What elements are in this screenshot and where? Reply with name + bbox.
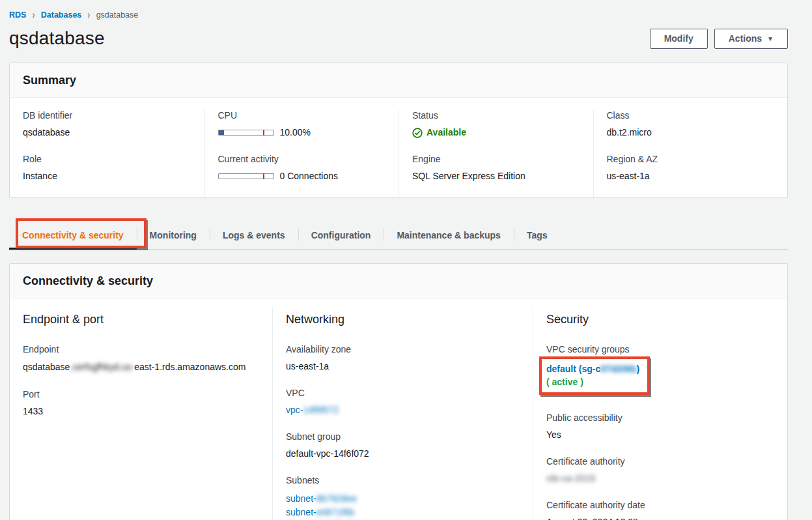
subnet-group-label: Subnet group: [286, 431, 520, 442]
summary-column-1: DB identifier qsdatabase Role Instance: [10, 110, 204, 197]
role-field: Role Instance: [23, 154, 191, 182]
certificate-authority-date-label: Certificate authority date: [546, 500, 774, 510]
page: RDS › Databases › gsdatabase qsdatabase …: [9, 0, 788, 520]
tab-tags[interactable]: Tags: [514, 220, 561, 250]
page-header: qsdatabase Modify Actions ▼: [9, 28, 788, 49]
public-accessibility-label: Public accessibility: [546, 412, 774, 423]
actions-button-label: Actions: [729, 33, 762, 44]
security-column: Security VPC security groups default (sg…: [533, 308, 787, 520]
public-accessibility-value: Yes: [546, 429, 774, 441]
cpu-label: CPU: [218, 110, 386, 121]
networking-column: Networking Availability zone us-east-1a …: [272, 308, 533, 520]
breadcrumb-link-databases[interactable]: Databases: [41, 10, 82, 20]
certificate-authority-label: Certificate authority: [546, 456, 774, 467]
status-label: Status: [412, 110, 580, 121]
endpoint-suffix: east-1.rds.amazonaws.com: [134, 362, 245, 372]
connectivity-grid: Endpoint & port Endpoint qsdatabase.cerf…: [10, 298, 787, 520]
subnet-redacted: 8b7928ee: [316, 493, 357, 504]
security-group-link[interactable]: default (sg-c074206b): [546, 364, 639, 374]
header-buttons: Modify Actions ▼: [650, 29, 788, 49]
engine-field: Engine SQL Server Express Edition: [412, 154, 580, 182]
summary-column-4: Class db.t2.micro Region & AZ us-east-1a: [593, 110, 788, 197]
subnets-field: Subnets subnet-8b7928ee subnet-e0671f6b …: [286, 475, 520, 520]
region-az-field: Region & AZ us-east-1a: [607, 154, 775, 182]
summary-panel: Summary DB identifier qsdatabase Role In…: [9, 63, 788, 198]
subnets-label: Subnets: [286, 475, 520, 485]
class-field: Class db.t2.micro: [607, 110, 775, 138]
subnet-link[interactable]: subnet-e0671f6b: [286, 506, 520, 519]
breadcrumb-link-rds[interactable]: RDS: [9, 10, 26, 20]
vpc-security-groups-field: VPC security groups default (sg-c074206b…: [546, 344, 774, 397]
vpc-field: VPC vpc-14f6f072: [286, 388, 520, 416]
caret-down-icon: ▼: [767, 35, 774, 42]
sg-redacted: 074206b: [600, 364, 636, 374]
vpc-security-groups-label: VPC security groups: [546, 344, 774, 354]
class-value: db.t2.micro: [607, 127, 775, 138]
status-value: Available: [412, 127, 580, 138]
actions-button[interactable]: Actions ▼: [714, 29, 788, 49]
cpu-field: CPU 10.00%: [218, 110, 386, 138]
port-field: Port 1433: [23, 389, 259, 417]
vpc-link[interactable]: vpc-14f6f072: [286, 405, 339, 415]
current-activity-label: Current activity: [218, 154, 386, 164]
breadcrumb: RDS › Databases › gsdatabase: [9, 0, 788, 20]
tab-bar: Connectivity & security Monitoring Logs …: [9, 220, 788, 250]
cpu-utilization-bar: [218, 130, 274, 136]
summary-column-2: CPU 10.00% Current activity: [204, 110, 399, 197]
vpc-redacted: 14f6f072: [303, 405, 339, 415]
cpu-bar-fill: [219, 130, 224, 135]
cpu-percent-text: 10.00%: [280, 127, 311, 138]
subnet-redacted: e0671f6b: [316, 507, 354, 517]
networking-title: Networking: [286, 313, 520, 326]
endpoint-prefix: qsdatabase: [23, 362, 70, 372]
connectivity-security-panel: Connectivity & security Endpoint & port …: [9, 263, 788, 520]
current-activity-value: 0 Connections: [218, 171, 386, 182]
status-field: Status Available: [412, 110, 580, 138]
breadcrumb-separator-icon: ›: [32, 9, 35, 21]
endpoint-value: qsdatabase.cerfsgfhkyd.us-east-1.rds.ama…: [23, 361, 259, 373]
role-label: Role: [23, 154, 191, 164]
status-available-icon: [412, 128, 423, 138]
tab-logs-events[interactable]: Logs & events: [210, 220, 298, 250]
role-value: Instance: [23, 171, 191, 182]
tab-maintenance-backups[interactable]: Maintenance & backups: [384, 220, 514, 250]
security-title: Security: [546, 313, 774, 326]
db-identifier-field: DB identifier qsdatabase: [23, 110, 191, 138]
endpoint-field: Endpoint qsdatabase.cerfsgfhkyd.us-east-…: [23, 344, 259, 373]
activity-bar-threshold-tick: [263, 173, 264, 179]
public-accessibility-field: Public accessibility Yes: [546, 412, 774, 441]
subnet-group-field: Subnet group default-vpc-14f6f072: [286, 431, 520, 459]
subnet-link[interactable]: subnet-8b7928ee: [286, 492, 520, 506]
subnet-group-value: default-vpc-14f6f072: [286, 448, 520, 459]
certificate-authority-date-field: Certificate authority date August 22, 20…: [546, 500, 774, 520]
connections-text: 0 Connections: [280, 171, 339, 182]
certificate-authority-date-value: August 22, 2024 13:08: [546, 517, 774, 520]
summary-column-3: Status Available Engine SQL Server Exp: [399, 110, 593, 197]
region-az-label: Region & AZ: [607, 154, 775, 164]
db-identifier-value: qsdatabase: [23, 127, 191, 138]
cpu-value: 10.00%: [218, 127, 386, 138]
engine-label: Engine: [412, 154, 580, 164]
vpc-label: VPC: [286, 388, 520, 398]
cpu-bar-threshold-tick: [263, 130, 264, 136]
port-value: 1433: [23, 406, 259, 417]
tab-monitoring[interactable]: Monitoring: [137, 220, 210, 250]
vpc-prefix: vpc-: [286, 405, 303, 415]
certificate-authority-value: rds-ca-2019: [546, 473, 774, 484]
tab-connectivity-security[interactable]: Connectivity & security: [9, 220, 137, 250]
engine-value: SQL Server Express Edition: [412, 171, 580, 182]
port-label: Port: [23, 389, 259, 399]
annotation-box-security-group: default (sg-c074206b) ( active ): [539, 356, 650, 395]
modify-button[interactable]: Modify: [650, 29, 708, 49]
summary-grid: DB identifier qsdatabase Role Instance C…: [10, 98, 787, 197]
current-activity-bar: [218, 173, 274, 179]
tab-configuration[interactable]: Configuration: [298, 220, 384, 250]
endpoint-redacted: .cerfsgfhkyd.us-: [70, 362, 134, 372]
endpoint-port-title: Endpoint & port: [23, 313, 259, 326]
availability-zone-label: Availability zone: [286, 344, 520, 354]
sg-prefix: default (sg-c: [546, 364, 600, 374]
certificate-authority-field: Certificate authority rds-ca-2019: [546, 456, 774, 484]
sg-suffix: ): [637, 364, 640, 374]
subnet-prefix: subnet-: [286, 493, 316, 504]
region-az-value: us-east-1a: [607, 171, 775, 182]
